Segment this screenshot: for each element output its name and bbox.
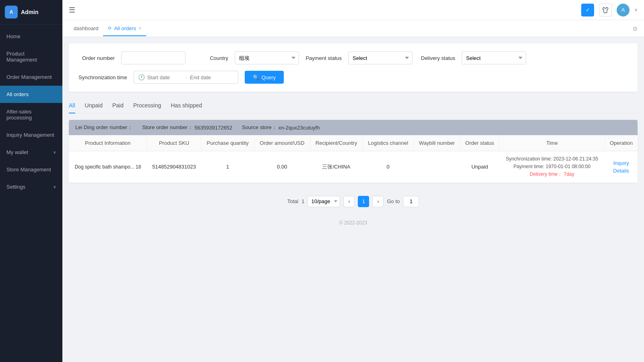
chevron-down-icon: ∨ xyxy=(53,150,56,154)
table-row: Dog specific bath shampo... 18 514852904… xyxy=(69,151,638,183)
details-link[interactable]: Details xyxy=(609,168,634,174)
per-page-select[interactable]: 10/page 20/page 50/page xyxy=(308,196,340,207)
time-block: Synchronization time: 2023-12-06 21:24:3… xyxy=(503,155,601,179)
shirt-icon-btn[interactable] xyxy=(599,4,612,16)
col-operation: Operation xyxy=(605,135,638,151)
cell-logistics-channel: 0 xyxy=(363,151,414,183)
topbar: ☰ ✓ A ∨ xyxy=(62,0,644,20)
next-page-btn[interactable]: › xyxy=(372,196,384,207)
pagination: Total 1 10/page 20/page 50/page ‹ 1 › Go… xyxy=(62,189,644,214)
delivery-time-row: Delivery time： 7day xyxy=(503,171,601,178)
cell-order-amount: 0.00 xyxy=(254,151,310,183)
payment-status-select[interactable]: Select xyxy=(348,51,413,64)
delivery-status-select[interactable]: Select xyxy=(462,51,526,64)
filter-card: Order number Country 组埃 Payment status S… xyxy=(69,43,638,92)
sidebar-header: A Admin xyxy=(0,0,62,25)
cell-recipient-country: 三张/CHINA xyxy=(310,151,363,183)
sync-time-label: Synchronization time xyxy=(78,74,127,80)
goto-input[interactable] xyxy=(403,196,419,207)
delivery-status-label: Delivery status xyxy=(419,55,455,61)
sync-time-label-cell: Synchronization time: 2023-12-06 21:24:3… xyxy=(503,155,601,163)
sidebar-item-all-orders[interactable]: All orders xyxy=(0,86,62,103)
current-page-label: 1 xyxy=(362,199,365,204)
tab-refresh-icon[interactable]: ⟳ xyxy=(108,26,111,31)
col-purchase-quantity: Purchase quantity xyxy=(201,135,254,151)
prev-page-btn[interactable]: ‹ xyxy=(343,196,355,207)
payment-status-label: Payment status xyxy=(305,55,342,61)
page-tabs-row: dashboard ⟳ All orders × ⊙ xyxy=(62,20,644,37)
sidebar-item-store-management[interactable]: Store Management xyxy=(0,161,62,178)
filter-row-2: Synchronization time 🕐 - 🔍 Query xyxy=(78,71,628,84)
orders-table: Product Information Product SKU Purchase… xyxy=(69,135,638,183)
inquiry-link[interactable]: Inquiry xyxy=(609,160,634,166)
tab-all-orders-label: All orders xyxy=(114,25,136,31)
cell-product-sku: 514852904831023 xyxy=(147,151,201,183)
delivery-time-value: 7day xyxy=(564,171,574,177)
topbar-left: ☰ xyxy=(69,6,75,14)
sidebar-nav: Home Product Management Order Management… xyxy=(0,25,62,199)
order-tab-processing[interactable]: Processing xyxy=(133,98,161,113)
col-product-sku: Product SKU xyxy=(147,135,201,151)
topbar-right: ✓ A ∨ xyxy=(581,4,638,16)
order-header-row: Lei Ding order number： Store order numbe… xyxy=(69,120,638,135)
sidebar-item-order-management[interactable]: Order Management xyxy=(0,68,62,86)
cell-product-info: Dog specific bath shampo... 18 xyxy=(69,151,147,183)
tab-settings-icon[interactable]: ⊙ xyxy=(633,25,638,32)
avatar-btn[interactable]: A xyxy=(617,4,630,16)
start-date-input[interactable] xyxy=(147,74,184,80)
cell-operation: Inquiry Details xyxy=(605,151,638,183)
sidebar-item-settings[interactable]: Settings ∨ xyxy=(0,178,62,195)
order-tabs: All Unpaid Paid Processing Has shipped xyxy=(69,98,638,113)
date-range-picker: 🕐 - xyxy=(134,71,238,84)
source-store-label: Source store： xyxy=(242,124,277,131)
tab-close-icon[interactable]: × xyxy=(138,26,141,31)
query-button-label: Query xyxy=(262,74,276,80)
order-number-input[interactable] xyxy=(121,51,186,64)
col-product-info: Product Information xyxy=(69,135,147,151)
hamburger-icon[interactable]: ☰ xyxy=(69,6,75,14)
order-tab-unpaid[interactable]: Unpaid xyxy=(85,98,103,113)
store-order-number: Store order number： 5635939172652 xyxy=(142,124,232,131)
product-info-text: Dog specific bath shampo... 18 xyxy=(73,164,143,170)
avatar-text: A xyxy=(621,7,625,13)
sidebar-item-my-wallet[interactable]: My wallet ∨ xyxy=(0,144,62,161)
page-1-btn[interactable]: 1 xyxy=(358,196,369,207)
calendar-icon: 🕐 xyxy=(138,74,145,80)
sidebar-item-home[interactable]: Home xyxy=(0,28,62,45)
goto-label: Go to xyxy=(387,198,400,204)
copyright-text: © 2022-2023 xyxy=(339,220,367,226)
col-recipient-country: Recipient/Country xyxy=(310,135,363,151)
total-label: Total xyxy=(287,198,298,204)
tab-dashboard[interactable]: dashboard xyxy=(69,21,103,36)
sidebar-item-after-sales[interactable]: After-sales processing xyxy=(0,103,62,126)
order-tab-all[interactable]: All xyxy=(69,98,75,113)
end-date-input[interactable] xyxy=(190,74,226,80)
lei-ding-label-text: Lei Ding order number： xyxy=(75,124,132,131)
sidebar-item-product-management[interactable]: Product Management xyxy=(0,45,62,68)
country-select[interactable]: 组埃 xyxy=(235,51,299,64)
sidebar: A Admin Home Product Management Order Ma… xyxy=(0,0,62,362)
order-tab-has-shipped[interactable]: Has shipped xyxy=(171,98,202,113)
cell-waybill-number xyxy=(414,151,460,183)
main-content: ☰ ✓ A ∨ dashboard ⟳ All orders × xyxy=(62,0,644,362)
payment-time-row: Payment time: 1970-01-01 08:00:00 xyxy=(503,163,601,171)
col-order-amount: Order amount/USD xyxy=(254,135,310,151)
avatar-chevron-icon: ∨ xyxy=(634,7,638,12)
col-logistics-channel: Logistics channel xyxy=(363,135,414,151)
sync-time-value: 2023-12-06 21:24:35 xyxy=(553,156,598,162)
filter-row-1: Order number Country 组埃 Payment status S… xyxy=(78,51,628,64)
sidebar-item-wallet-label: My wallet xyxy=(6,149,28,155)
cell-purchase-quantity: 1 xyxy=(201,151,254,183)
sidebar-logo: A xyxy=(5,6,18,19)
table-header-row: Product Information Product SKU Purchase… xyxy=(69,135,638,151)
chevron-down-icon-settings: ∨ xyxy=(53,185,56,189)
cell-time: Synchronization time: 2023-12-06 21:24:3… xyxy=(499,151,605,183)
payment-status-wrapper: Select xyxy=(348,51,413,64)
sidebar-item-inquiry-management[interactable]: Inquiry Management xyxy=(0,126,62,144)
query-button[interactable]: 🔍 Query xyxy=(245,71,284,84)
total-value: 1 xyxy=(301,198,304,204)
order-tab-paid[interactable]: Paid xyxy=(112,98,124,113)
tab-all-orders[interactable]: ⟳ All orders × xyxy=(103,21,146,36)
check-icon-btn[interactable]: ✓ xyxy=(581,4,594,16)
payment-time-label-text: Payment time: xyxy=(514,164,545,169)
